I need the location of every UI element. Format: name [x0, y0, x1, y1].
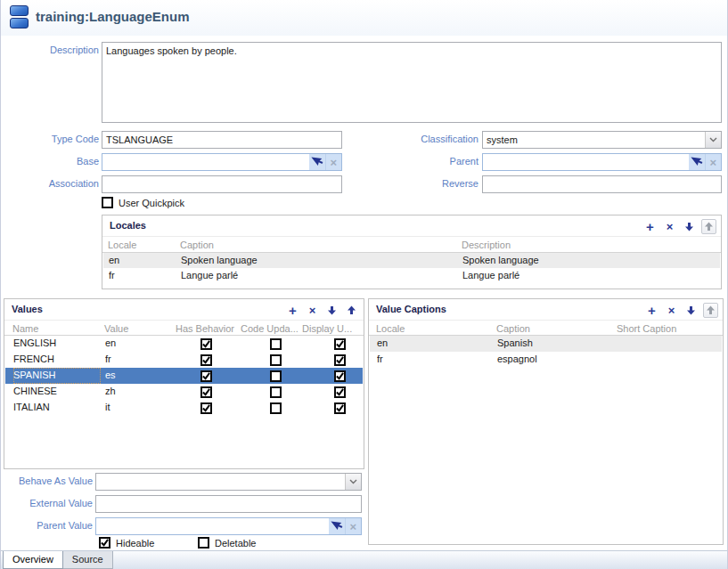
clear-icon: ×: [330, 157, 337, 168]
column-header: Value: [104, 323, 128, 334]
cell-description: Spoken language: [462, 255, 716, 265]
clear-icon: ×: [709, 157, 716, 168]
move-up-icon: [701, 219, 716, 234]
locales-toolbar: +×: [642, 218, 716, 234]
cell-value: es: [105, 370, 172, 380]
has-behavior-checkbox[interactable]: [200, 402, 212, 414]
parent-clear-button[interactable]: ×: [705, 154, 722, 170]
tab-overview[interactable]: Overview: [3, 551, 63, 569]
association-input[interactable]: [102, 175, 342, 193]
deletable-checkbox[interactable]: [198, 537, 209, 549]
column-header: Name: [12, 323, 38, 334]
has-behavior-checkbox[interactable]: [200, 386, 212, 398]
base-pick-button[interactable]: [309, 154, 325, 170]
move-up-icon: [703, 303, 718, 318]
user-quickpick-checkbox[interactable]: [102, 197, 113, 208]
type-code-input[interactable]: TSLANGUAGE: [102, 131, 342, 149]
values-panel: Values +× NameValueHas BehaviorCode Upda…: [4, 298, 364, 469]
column-header: Locale: [108, 240, 136, 250]
column-header: Description: [462, 240, 511, 250]
move-down-icon[interactable]: [682, 219, 697, 234]
cell-value: zh: [105, 386, 172, 396]
hideable-checkbox[interactable]: [99, 537, 110, 549]
clear-icon: ×: [349, 521, 356, 532]
display-updatable-checkbox[interactable]: [334, 354, 346, 366]
type-code-label: Type Code: [1, 134, 99, 144]
classification-label: Classification: [357, 134, 479, 144]
table-row[interactable]: CHINESEzh: [5, 384, 363, 400]
column-header: Has Behavior: [176, 323, 234, 334]
has-behavior-checkbox[interactable]: [200, 354, 212, 366]
cell-caption: Spanish: [497, 337, 611, 348]
cell-caption: espagnol: [497, 354, 611, 364]
cell-locale: en: [377, 337, 491, 348]
values-panel-title: Values: [12, 304, 43, 314]
editor-window: training:LanguageEnum Description Langua…: [0, 0, 728, 569]
has-behavior-checkbox[interactable]: [200, 338, 212, 350]
cell-caption: Spoken language: [181, 255, 448, 265]
tab-source[interactable]: Source: [63, 551, 113, 569]
parent-picker-field[interactable]: ×: [482, 153, 722, 171]
deletable-label: Deletable: [215, 538, 256, 549]
user-quickpick-label: User Quickpick: [119, 198, 184, 208]
table-row[interactable]: enSpanish: [370, 336, 722, 352]
table-row[interactable]: frespagnol: [370, 352, 722, 368]
description-input[interactable]: Languages spoken by people.: [102, 42, 722, 123]
table-row[interactable]: ITALIANit: [5, 400, 363, 416]
add-icon[interactable]: +: [642, 219, 658, 234]
parent-value-pick-button[interactable]: [329, 518, 345, 534]
table-row[interactable]: frLangue parléLangue parlé: [103, 268, 720, 283]
code-updatable-checkbox[interactable]: [270, 386, 282, 398]
delete-icon[interactable]: ×: [305, 303, 320, 318]
display-updatable-checkbox[interactable]: [334, 402, 346, 414]
reverse-input[interactable]: [482, 175, 722, 193]
base-picker-field[interactable]: ×: [102, 153, 342, 171]
code-updatable-checkbox[interactable]: [270, 338, 282, 350]
behave-as-value-label: Behave As Value: [1, 476, 93, 486]
column-header: Locale: [376, 323, 405, 334]
picker-arrow-icon: [331, 519, 342, 533]
delete-icon[interactable]: ×: [664, 303, 679, 318]
dropdown-chevron-icon: [705, 132, 721, 148]
has-behavior-checkbox[interactable]: [200, 370, 212, 382]
table-row[interactable]: ENGLISHen: [5, 336, 363, 352]
cell-value: fr: [105, 354, 172, 364]
delete-icon[interactable]: ×: [662, 219, 677, 234]
cell-name: SPANISH: [13, 368, 101, 384]
add-icon[interactable]: +: [285, 303, 300, 318]
move-down-icon[interactable]: [324, 303, 339, 318]
cell-value: it: [105, 402, 172, 412]
display-updatable-checkbox[interactable]: [334, 338, 346, 350]
values-toolbar: +×: [285, 302, 359, 318]
parent-pick-button[interactable]: [689, 154, 705, 170]
parent-value-clear-button[interactable]: ×: [345, 518, 362, 534]
base-clear-button[interactable]: ×: [325, 154, 342, 170]
classification-select[interactable]: system: [482, 131, 722, 149]
cell-name: CHINESE: [13, 384, 101, 400]
display-updatable-checkbox[interactable]: [334, 370, 346, 382]
cell-description: Langue parlé: [462, 270, 716, 280]
reverse-label: Reverse: [357, 178, 479, 189]
display-updatable-checkbox[interactable]: [334, 386, 346, 398]
table-row[interactable]: enSpoken languageSpoken language: [103, 253, 720, 268]
value-captions-panel-title: Value Captions: [376, 304, 446, 314]
parent-value-picker-field[interactable]: ×: [95, 517, 362, 535]
add-icon[interactable]: +: [644, 303, 659, 318]
move-up-icon[interactable]: [344, 303, 359, 318]
code-updatable-checkbox[interactable]: [270, 402, 282, 414]
dropdown-chevron-icon: [345, 474, 361, 490]
hideable-label: Hideable: [116, 538, 154, 549]
external-value-input[interactable]: [95, 495, 362, 513]
cell-name: ITALIAN: [13, 400, 101, 416]
table-row[interactable]: SPANISHes: [5, 368, 363, 384]
cell-value: en: [105, 337, 172, 348]
locales-panel-title: Locales: [110, 220, 146, 231]
table-row[interactable]: FRENCHfr: [5, 352, 363, 368]
behave-as-value-select[interactable]: [95, 473, 362, 491]
code-updatable-checkbox[interactable]: [270, 354, 282, 366]
page-title: training:LanguageEnum: [36, 9, 190, 24]
move-down-icon[interactable]: [683, 303, 699, 318]
code-updatable-checkbox[interactable]: [270, 370, 282, 382]
enum-entity-icon: [10, 5, 29, 29]
picker-arrow-icon: [311, 155, 323, 169]
